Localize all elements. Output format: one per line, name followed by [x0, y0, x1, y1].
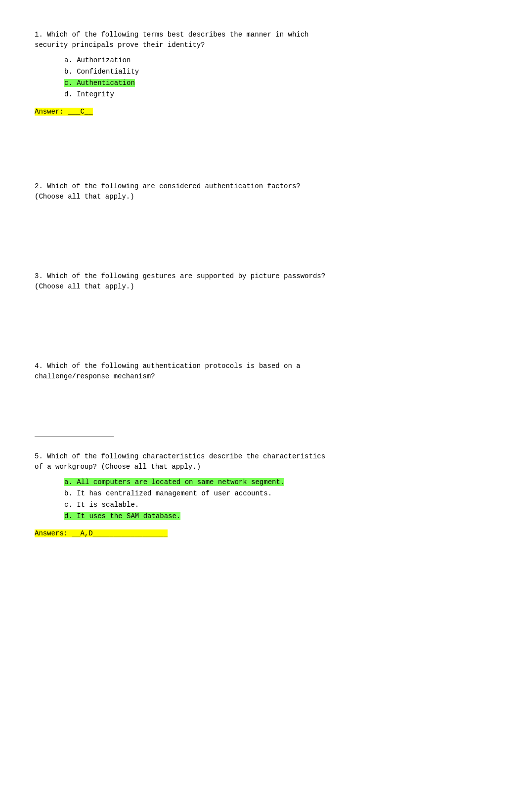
spacer-2	[35, 207, 490, 256]
spacer-1	[35, 132, 490, 181]
question-5-text: 5. Which of the following characteristic…	[35, 451, 490, 472]
question-1-choices: a. Authorization b. Confidentiality c. A…	[64, 55, 490, 100]
q1-choice-b: b. Confidentiality	[64, 67, 490, 77]
q5-choice-c: c. It is scalable.	[64, 500, 490, 510]
question-4: 4. Which of the following authentication…	[35, 361, 490, 437]
q1-choice-a: a. Authorization	[64, 55, 490, 66]
question-2: 2. Which of the following are considered…	[35, 181, 490, 256]
answer-1-text: Answer: ___C__	[35, 108, 93, 116]
question-5: 5. Which of the following characteristic…	[35, 451, 490, 539]
q5-choice-d: d. It uses the SAM database.	[64, 511, 490, 522]
question-1-text: 1. Which of the following terms best des…	[35, 30, 490, 50]
q1-choice-c: c. Authentication	[64, 78, 490, 88]
question-3: 3. Which of the following gestures are s…	[35, 271, 490, 346]
divider-line	[35, 436, 114, 437]
question-1: 1. Which of the following terms best des…	[35, 30, 490, 117]
spacer-3	[35, 297, 490, 346]
spacer-4	[35, 387, 490, 426]
answer-5-text: Answers: __A,D__________________	[35, 529, 168, 537]
question-2-text: 2. Which of the following are considered…	[35, 181, 490, 202]
q1-choice-d: d. Integrity	[64, 89, 490, 100]
q5-choice-b: b. It has centralized management of user…	[64, 488, 490, 499]
question-5-answer: Answers: __A,D__________________	[35, 528, 490, 539]
question-5-choices: a. All computers are located on same net…	[64, 477, 490, 522]
question-3-text: 3. Which of the following gestures are s…	[35, 271, 490, 292]
q5-choice-a: a. All computers are located on same net…	[64, 477, 490, 487]
question-1-answer: Answer: ___C__	[35, 107, 490, 117]
question-4-text: 4. Which of the following authentication…	[35, 361, 490, 382]
